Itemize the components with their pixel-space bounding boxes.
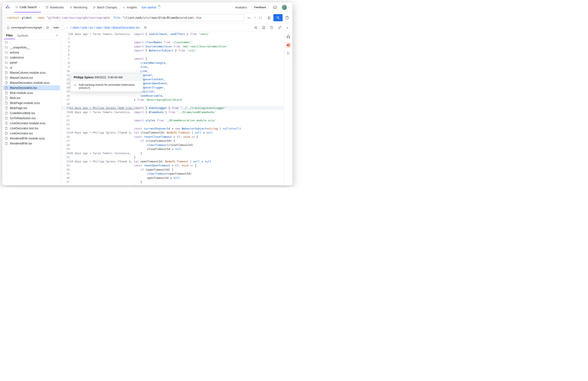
github-button[interactable]: [285, 34, 291, 40]
code-line[interactable]: 31}: [61, 155, 284, 159]
tree-folder[interactable]: ui: [2, 65, 61, 70]
tree-file[interactable]: LineDecorator.tsx: [2, 131, 61, 136]
tree-file[interactable]: RenderedFile.module.scss: [2, 136, 61, 141]
nav-monitoring[interactable]: Monitoring: [69, 2, 88, 12]
git-blame-button[interactable]: [285, 42, 291, 48]
code-line[interactable]: 24const currentPopoverId = new BehaviorS…: [61, 127, 284, 131]
tree-file[interactable]: LineDecorator.test.tsx: [2, 126, 61, 131]
user-menu[interactable]: [282, 5, 290, 10]
blame-cell[interactable]: 20 days ago • Taras Yemets [extensio…: [70, 110, 134, 114]
code-line[interactable]: 29 closeTimeoutId = null: [61, 147, 284, 151]
collapse-panel-button[interactable]: [285, 25, 290, 30]
nav-batch-changes[interactable]: Batch Changes: [92, 2, 118, 12]
tree-file[interactable]: BlameColumn.module.scss: [2, 70, 61, 75]
copy-query-button[interactable]: [267, 15, 272, 20]
tree-folder[interactable]: panel: [2, 60, 61, 65]
extensions-button[interactable]: [285, 50, 291, 56]
blame-cell[interactable]: 20 days ago • Taras Yemets [extensio…: [70, 151, 134, 156]
crumb-segment[interactable]: web: [82, 26, 87, 29]
crumb-segment[interactable]: repo: [96, 26, 102, 29]
history-button[interactable]: [269, 25, 274, 30]
code-line[interactable]: 4import SourceCommitIcon from 'mdi-react…: [61, 45, 284, 49]
code-line[interactable]: 17} from '@sourcegraph/wildcard': [61, 98, 284, 102]
code-line[interactable]: 16 useObservable,: [61, 94, 284, 98]
blame-cell[interactable]: 20 days ago • Taras Yemets [extensio…: [70, 32, 134, 36]
code-line[interactable]: 7import {: [61, 57, 284, 61]
code-line[interactable]: 27 if (closeTimeoutId) {: [61, 139, 284, 143]
blame-link[interactable]: 13 days ago • Philipp Spiess [Add trac…: [70, 106, 134, 110]
nav-analytics[interactable]: Analytics: [234, 2, 248, 12]
blame-cell[interactable]: 14 days ago • Philipp Spiess [Tweak G…: [70, 159, 134, 164]
search-button[interactable]: [273, 14, 283, 21]
cloud-sync-button[interactable]: [272, 4, 278, 10]
code-line[interactable]: 35 clearTimeout(openTimeoutId): [61, 172, 284, 176]
tree-file[interactable]: BlobPage.module.scss: [2, 100, 61, 106]
structural-toggle[interactable]: []: [258, 15, 263, 20]
crumb-segment[interactable]: src: [90, 26, 94, 29]
code-line[interactable]: 10 Link,: [61, 69, 284, 73]
code-line[interactable]: 3214 days ago • Philipp Spiess [Tweak G……: [61, 159, 284, 164]
code-line[interactable]: 21: [61, 114, 284, 118]
tree-file[interactable]: BlameColumn.tsx: [2, 75, 61, 80]
tree-file[interactable]: Blob.module.scss: [2, 90, 61, 95]
code-line[interactable]: 23: [61, 122, 284, 127]
tree-file[interactable]: BlobPage.tsx: [2, 106, 61, 111]
crumb-segment[interactable]: client: [72, 26, 79, 29]
tree-folder[interactable]: codemirror: [2, 55, 61, 60]
code-line[interactable]: 18: [61, 102, 284, 106]
tree-file[interactable]: BlameDecoration.module.scss: [2, 80, 61, 85]
tree-folder[interactable]: __snapshots__: [2, 45, 61, 50]
logo[interactable]: [5, 4, 11, 10]
nav-notebooks[interactable]: Notebooks: [45, 2, 65, 12]
code-line[interactable]: 28 clearTimeout(closeTimeoutId): [61, 143, 284, 147]
copy-path-button[interactable]: [143, 25, 148, 30]
nav-get-started[interactable]: Get started: [142, 6, 161, 9]
case-sensitive-toggle[interactable]: Aa: [246, 15, 251, 20]
tab-symbols[interactable]: Symbols: [15, 32, 31, 39]
code-line[interactable]: 3import classNames from 'classnames': [61, 40, 284, 45]
nav-code-search[interactable]: Code Search: [15, 2, 41, 12]
tree-file[interactable]: LineDecorator.module.scss: [2, 121, 61, 126]
regex-toggle[interactable]: .*: [253, 15, 256, 20]
tree-file[interactable]: GoToRawAction.tsx: [2, 116, 61, 121]
code-line[interactable]: 38}: [61, 184, 284, 185]
blame-cell[interactable]: 14 days ago • Philipp Spiess [Tweak G…: [70, 131, 134, 135]
search-input[interactable]: context:global repo:^github\.com/sourceg…: [5, 14, 244, 21]
code-line[interactable]: 8 createRectangle,: [61, 61, 284, 65]
code-line[interactable]: 22import styles from './BlameDecoration.…: [61, 118, 284, 123]
branch-selector[interactable]: main: [51, 25, 64, 30]
permalink-button[interactable]: [277, 25, 282, 30]
tree-file[interactable]: CodeMirrorBlob.tsx: [2, 111, 61, 116]
crumb-segment[interactable]: BlameDecoration.tsx: [112, 26, 140, 29]
code-line[interactable]: 37 }: [61, 180, 284, 184]
repo-badge[interactable]: sourcegraph/sourcegraph: [5, 25, 44, 30]
nav-insights[interactable]: Insights: [122, 2, 138, 12]
tree-file[interactable]: Blob.tsx: [2, 95, 61, 100]
code-line[interactable]: 3020 days ago • Taras Yemets [extensio… …: [61, 151, 284, 156]
code-line[interactable]: 1913 days ago • Philipp Spiess [Add trac…: [61, 106, 284, 110]
line-wrap-button[interactable]: [253, 25, 258, 30]
help-button[interactable]: [284, 15, 290, 21]
code-scroll[interactable]: 120 days ago • Taras Yemets [extensio…im…: [61, 32, 284, 185]
code-line[interactable]: 9 Icon,: [61, 65, 284, 69]
crumb-segment[interactable]: blob: [105, 26, 110, 29]
tree-folder[interactable]: ..: [2, 40, 61, 45]
code-line[interactable]: 34 if (openTimeoutId) {: [61, 168, 284, 172]
tree-file[interactable]: BlameDecoration.tsx: [3, 85, 60, 90]
code-line[interactable]: 2514 days ago • Philipp Spiess [Tweak G……: [61, 131, 284, 135]
code-line[interactable]: 2: [61, 36, 284, 41]
code-line[interactable]: 120 days ago • Taras Yemets [extensio…im…: [61, 32, 284, 36]
collapse-sidebar-button[interactable]: [55, 33, 59, 38]
feedback-button[interactable]: Feedback: [252, 5, 268, 10]
code-line[interactable]: 36 openTimeoutId = null: [61, 176, 284, 180]
tree-folder[interactable]: actions: [2, 50, 61, 55]
file-tree[interactable]: ..__snapshots__actionscodemirrorpaneluiB…: [2, 39, 61, 185]
code-line[interactable]: 26const resetCloseTimeout = (): void => …: [61, 135, 284, 139]
blame-cell[interactable]: 13 days ago • Philipp Spiess [Add trac…: [70, 106, 134, 110]
code-line[interactable]: 2020 days ago • Taras Yemets [extensio…i…: [61, 110, 284, 114]
raw-button[interactable]: [261, 25, 266, 30]
code-line[interactable]: 33const resetOpenTimeout = (): void => {: [61, 163, 284, 168]
tab-files[interactable]: Files: [4, 32, 15, 39]
tree-file[interactable]: RenderedFile.tsx: [2, 141, 61, 146]
code-line[interactable]: 5import { BehaviorSubject } from 'rxjs': [61, 48, 284, 53]
